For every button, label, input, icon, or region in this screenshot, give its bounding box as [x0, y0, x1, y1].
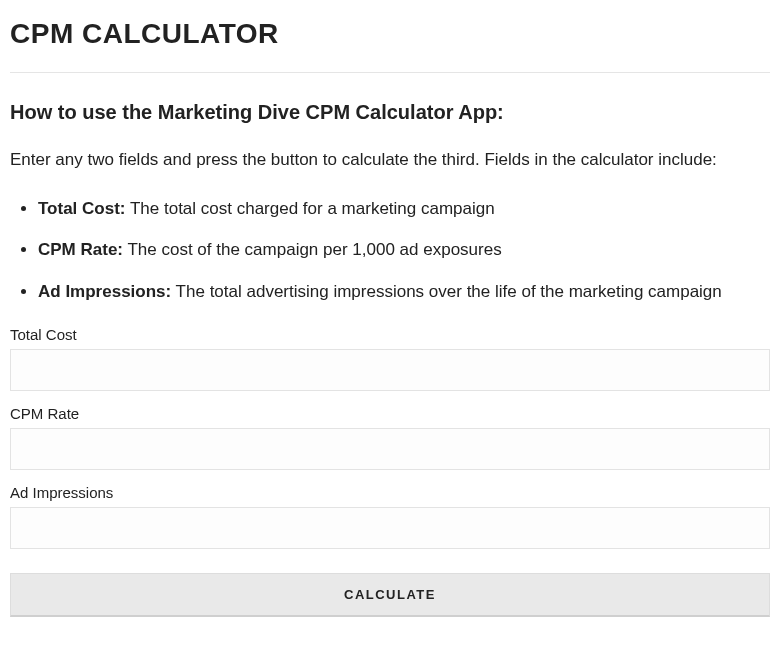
- definition-term: CPM Rate:: [38, 240, 123, 259]
- definition-item: CPM Rate: The cost of the campaign per 1…: [38, 238, 770, 262]
- section-heading: How to use the Marketing Dive CPM Calcul…: [10, 101, 770, 124]
- ad-impressions-group: Ad Impressions: [10, 484, 770, 549]
- total-cost-label: Total Cost: [10, 326, 770, 343]
- definition-desc: The total cost charged for a marketing c…: [126, 199, 495, 218]
- definition-term: Total Cost:: [38, 199, 126, 218]
- definition-term: Ad Impressions:: [38, 282, 171, 301]
- definitions-list: Total Cost: The total cost charged for a…: [10, 197, 770, 304]
- definition-item: Ad Impressions: The total advertising im…: [38, 280, 770, 304]
- definition-item: Total Cost: The total cost charged for a…: [38, 197, 770, 221]
- divider: [10, 72, 770, 73]
- cpm-rate-group: CPM Rate: [10, 405, 770, 470]
- cpm-rate-label: CPM Rate: [10, 405, 770, 422]
- ad-impressions-input[interactable]: [10, 507, 770, 549]
- ad-impressions-label: Ad Impressions: [10, 484, 770, 501]
- calculate-button[interactable]: CALCULATE: [10, 573, 770, 617]
- definition-desc: The cost of the campaign per 1,000 ad ex…: [123, 240, 502, 259]
- total-cost-input[interactable]: [10, 349, 770, 391]
- intro-text: Enter any two fields and press the butto…: [10, 148, 770, 173]
- page-title: CPM CALCULATOR: [10, 18, 770, 50]
- total-cost-group: Total Cost: [10, 326, 770, 391]
- definition-desc: The total advertising impressions over t…: [171, 282, 722, 301]
- cpm-rate-input[interactable]: [10, 428, 770, 470]
